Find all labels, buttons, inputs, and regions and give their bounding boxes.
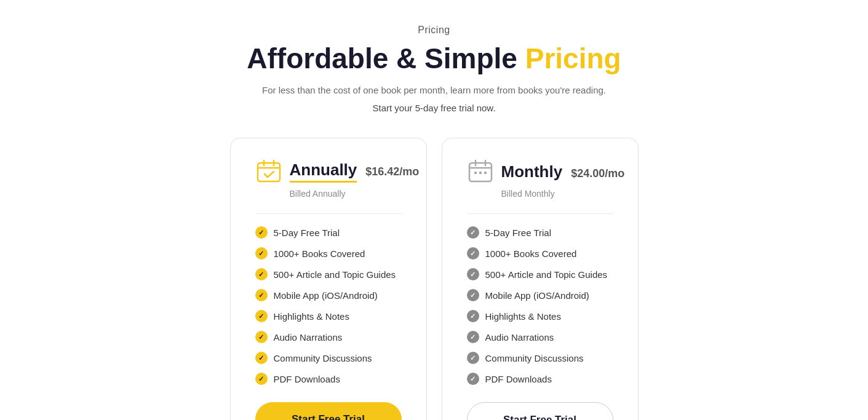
check-icon-annual: ✓ — [255, 352, 268, 364]
trial-note: Start your 5-day free trial now. — [108, 103, 760, 113]
plan-card-monthly: Monthly $24.00/mo Billed Monthly ✓ 5-Day… — [442, 138, 639, 420]
divider-monthly — [467, 213, 613, 214]
start-free-trial-monthly-button[interactable]: Start Free Trial — [467, 402, 613, 420]
list-item: ✓ PDF Downloads — [255, 373, 402, 385]
check-icon-monthly: ✓ — [467, 289, 479, 301]
list-item: ✓ 500+ Article and Topic Guides — [255, 268, 402, 280]
feature-text: 500+ Article and Topic Guides — [485, 269, 608, 280]
plan-price-annual: $16.42/mo — [365, 165, 419, 178]
check-icon-monthly: ✓ — [467, 268, 479, 280]
pricing-container: Pricing Affordable & Simple Pricing For … — [96, 0, 773, 420]
check-icon-annual: ✓ — [255, 373, 268, 385]
list-item: ✓ 1000+ Books Covered — [255, 247, 402, 260]
headline-highlight: Pricing — [525, 42, 621, 74]
feature-text: Highlights & Notes — [274, 311, 349, 322]
check-icon-monthly: ✓ — [467, 331, 479, 343]
pricing-label: Pricing — [108, 25, 760, 36]
plan-name-price-monthly: Monthly $24.00/mo — [501, 162, 625, 181]
feature-text: Community Discussions — [485, 353, 584, 363]
check-icon-annual: ✓ — [255, 247, 268, 260]
check-icon-annual: ✓ — [255, 310, 268, 322]
plan-billing-monthly: Billed Monthly — [467, 189, 613, 199]
svg-rect-10 — [484, 172, 487, 174]
check-icon-monthly: ✓ — [467, 226, 479, 239]
list-item: ✓ Mobile App (iOS/Android) — [255, 289, 402, 301]
feature-text: PDF Downloads — [274, 374, 340, 384]
pricing-headline: Affordable & Simple Pricing — [108, 42, 760, 75]
plans-wrapper: Annually $16.42/mo Billed Annually ✓ 5-D… — [108, 138, 760, 420]
features-list-monthly: ✓ 5-Day Free Trial ✓ 1000+ Books Covered… — [467, 226, 613, 385]
list-item: ✓ Audio Narrations — [255, 331, 402, 343]
list-item: ✓ Highlights & Notes — [255, 310, 402, 322]
list-item: ✓ PDF Downloads — [467, 373, 613, 385]
check-icon-annual: ✓ — [255, 226, 268, 239]
svg-rect-8 — [474, 172, 477, 174]
plan-header-annual: Annually $16.42/mo — [255, 158, 402, 185]
calendar-check-icon — [255, 158, 282, 185]
features-list-annual: ✓ 5-Day Free Trial ✓ 1000+ Books Covered… — [255, 226, 402, 385]
list-item: ✓ Highlights & Notes — [467, 310, 613, 322]
feature-text: Mobile App (iOS/Android) — [274, 290, 378, 301]
feature-text: 500+ Article and Topic Guides — [274, 269, 396, 280]
plan-header-monthly: Monthly $24.00/mo — [467, 158, 613, 185]
feature-text: PDF Downloads — [485, 374, 552, 384]
feature-text: 5-Day Free Trial — [485, 228, 552, 238]
feature-text: Audio Narrations — [485, 332, 554, 343]
plan-name-price-annual: Annually $16.42/mo — [290, 160, 420, 183]
calendar-icon — [467, 158, 494, 185]
feature-text: 5-Day Free Trial — [274, 228, 340, 238]
feature-text: Highlights & Notes — [485, 311, 561, 322]
feature-text: 1000+ Books Covered — [274, 248, 365, 259]
plan-name-annual: Annually — [290, 160, 357, 183]
check-icon-annual: ✓ — [255, 268, 268, 280]
list-item: ✓ Audio Narrations — [467, 331, 613, 343]
list-item: ✓ 5-Day Free Trial — [255, 226, 402, 239]
check-icon-annual: ✓ — [255, 331, 268, 343]
list-item: ✓ Community Discussions — [255, 352, 402, 364]
plan-name-monthly: Monthly — [501, 162, 563, 181]
start-free-trial-annual-button[interactable]: Start Free Trial — [255, 402, 402, 420]
plan-billing-annual: Billed Annually — [255, 189, 402, 199]
check-icon-monthly: ✓ — [467, 373, 479, 385]
check-icon-annual: ✓ — [255, 289, 268, 301]
check-icon-monthly: ✓ — [467, 310, 479, 322]
list-item: ✓ 1000+ Books Covered — [467, 247, 613, 260]
feature-text: Audio Narrations — [274, 332, 343, 343]
feature-text: Mobile App (iOS/Android) — [485, 290, 589, 301]
feature-text: Community Discussions — [274, 353, 372, 363]
svg-rect-0 — [258, 163, 280, 181]
plan-price-monthly: $24.00/mo — [571, 167, 624, 180]
pricing-subtitle: For less than the cost of one book per m… — [108, 85, 760, 95]
headline-dark: Affordable & Simple — [247, 42, 517, 74]
feature-text: 1000+ Books Covered — [485, 248, 577, 259]
list-item: ✓ 500+ Article and Topic Guides — [467, 268, 613, 280]
list-item: ✓ 5-Day Free Trial — [467, 226, 613, 239]
list-item: ✓ Community Discussions — [467, 352, 613, 364]
divider-annual — [255, 213, 402, 214]
plan-card-annual: Annually $16.42/mo Billed Annually ✓ 5-D… — [230, 138, 427, 420]
check-icon-monthly: ✓ — [467, 247, 479, 260]
svg-rect-9 — [479, 172, 482, 174]
check-icon-monthly: ✓ — [467, 352, 479, 364]
list-item: ✓ Mobile App (iOS/Android) — [467, 289, 613, 301]
